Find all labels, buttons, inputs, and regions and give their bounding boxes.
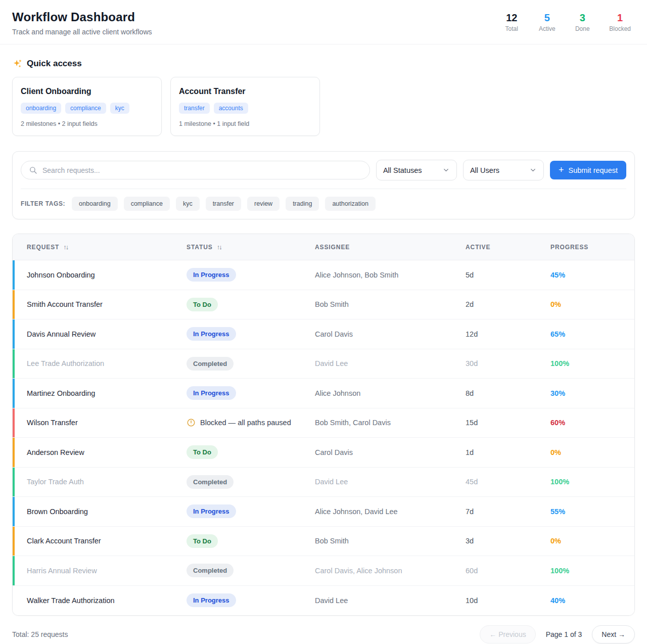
status-badge: To Do (187, 534, 218, 548)
user-filter-value: All Users (470, 166, 499, 174)
assignee: Bob Smith (315, 537, 466, 545)
status-badge: Completed (187, 357, 234, 371)
progress-value: 30% (550, 389, 634, 397)
progress-value: 100% (550, 478, 634, 486)
quick-access-section: Quick access Client Onboarding onboardin… (0, 59, 647, 136)
submit-request-button[interactable]: + Submit request (550, 161, 626, 179)
quick-access-title: Quick access (27, 59, 82, 69)
filter-tag-onboarding[interactable]: onboarding (72, 197, 118, 211)
assignee: David Lee (315, 359, 466, 367)
search-box[interactable] (21, 161, 370, 179)
toolbar-top-row: All Statuses All Users + Submit request (21, 160, 626, 180)
column-header-request[interactable]: REQUEST↑↓ (27, 243, 187, 251)
progress-value: 45% (550, 271, 634, 279)
table-row[interactable]: Brown Onboarding In Progress Alice Johns… (13, 497, 634, 527)
progress-value: 0% (550, 300, 634, 308)
table-row[interactable]: Lee Trade Authorization Completed David … (13, 349, 634, 379)
table-row[interactable]: Anderson Review To Do Carol Davis 1d 0% (13, 438, 634, 468)
total-requests-label: Total: 25 requests (12, 630, 68, 638)
assignee: Bob Smith (315, 300, 466, 308)
column-label: REQUEST (27, 244, 59, 251)
column-label: PROGRESS (550, 244, 588, 251)
table-row[interactable]: Davis Annual Review In Progress Carol Da… (13, 319, 634, 349)
stat-value: 12 (503, 12, 520, 24)
progress-value: 0% (550, 448, 634, 456)
stat-value: 1 (609, 12, 631, 24)
active-duration: 5d (466, 271, 550, 279)
header: Workflow Dashboard Track and manage all … (0, 0, 647, 44)
chevron-down-icon (529, 166, 537, 174)
request-name: Anderson Review (27, 448, 187, 456)
status-accent-bar (13, 527, 15, 556)
assignee: Alice Johnson, David Lee (315, 508, 466, 516)
column-header-status[interactable]: STATUS↑↓ (187, 243, 315, 251)
table-row[interactable]: Smith Account Transfer To Do Bob Smith 2… (13, 290, 634, 320)
status-badge: To Do (187, 445, 218, 459)
table-row[interactable]: Harris Annual Review Completed Carol Dav… (13, 556, 634, 586)
column-header-active: ACTIVE (466, 244, 550, 251)
progress-value: 65% (550, 330, 634, 338)
stat-blocked: 1 Blocked (609, 12, 631, 32)
status-badge: Completed (187, 475, 234, 489)
card-title: Client Onboarding (21, 87, 153, 96)
filter-tag-compliance[interactable]: compliance (124, 197, 170, 211)
table-row[interactable]: Wilson Transfer Blocked — all paths paus… (13, 408, 634, 438)
status-badge: To Do (187, 298, 218, 311)
active-duration: 2d (466, 300, 550, 308)
request-name: Walker Trade Authorization (27, 596, 187, 605)
quick-access-card[interactable]: Account Transfer transferaccounts 1 mile… (170, 77, 320, 136)
template-tag: accounts (214, 103, 248, 114)
template-tag: onboarding (21, 103, 61, 114)
table-header-row: REQUEST↑↓ STATUS↑↓ ASSIGNEE ACTIVE PROGR… (13, 234, 634, 260)
card-meta: 2 milestones • 2 input fields (21, 120, 153, 127)
table-row[interactable]: Martinez Onboarding In Progress Alice Jo… (13, 379, 634, 408)
request-name: Smith Account Transfer (27, 300, 187, 308)
stat-active: 5 Active (538, 12, 556, 32)
toolbar-panel: All Statuses All Users + Submit request (12, 151, 635, 219)
active-duration: 15d (466, 419, 550, 427)
filter-tag-trading[interactable]: trading (286, 197, 319, 211)
sparkles-icon (12, 59, 22, 69)
submit-request-label: Submit request (568, 166, 618, 174)
table-row[interactable]: Johnson Onboarding In Progress Alice Joh… (13, 260, 634, 290)
header-stats: 12 Total 5 Active 3 Done 1 Blocked (503, 12, 635, 32)
sort-icon[interactable]: ↑↓ (217, 243, 221, 251)
request-name: Johnson Onboarding (27, 271, 187, 279)
status-filter-select[interactable]: All Statuses (376, 160, 457, 180)
assignee: David Lee (315, 478, 466, 486)
filter-tags-label: FILTER TAGS: (21, 200, 65, 207)
status-badge: In Progress (187, 593, 236, 607)
status-accent-bar (13, 408, 15, 438)
next-page-button[interactable]: Next → (592, 625, 635, 643)
status-blocked: Blocked — all paths paused (187, 418, 315, 427)
status-badge: In Progress (187, 327, 236, 341)
card-tags: transferaccounts (179, 103, 311, 114)
table-row[interactable]: Walker Trade Authorization In Progress D… (13, 586, 634, 616)
quick-access-heading: Quick access (12, 59, 635, 69)
assignee: Carol Davis, Alice Johnson (315, 567, 466, 575)
table-row[interactable]: Taylor Trade Auth Completed David Lee 45… (13, 468, 634, 497)
previous-page-button[interactable]: ← Previous (480, 625, 535, 643)
request-name: Brown Onboarding (27, 508, 187, 516)
sort-icon[interactable]: ↑↓ (63, 243, 68, 251)
plus-icon: + (559, 165, 564, 174)
filter-tag-transfer[interactable]: transfer (206, 197, 241, 211)
search-icon (29, 166, 37, 174)
filter-tag-kyc[interactable]: kyc (176, 197, 200, 211)
request-name: Taylor Trade Auth (27, 478, 187, 486)
header-titles: Workflow Dashboard Track and manage all … (12, 10, 152, 36)
filter-tags-list: onboardingcompliancekyctransferreviewtra… (72, 197, 376, 211)
active-duration: 30d (466, 359, 550, 367)
assignee: Alice Johnson (315, 389, 466, 397)
filter-tag-authorization[interactable]: authorization (325, 197, 376, 211)
status-badge: In Progress (187, 504, 236, 518)
table-footer: Total: 25 requests ← Previous Page 1 of … (12, 616, 635, 644)
quick-access-card[interactable]: Client Onboarding onboardingcomplianceky… (12, 77, 162, 136)
table-row[interactable]: Clark Account Transfer To Do Bob Smith 3… (13, 527, 634, 557)
search-input[interactable] (42, 166, 362, 174)
filter-tag-review[interactable]: review (247, 197, 280, 211)
request-name: Lee Trade Authorization (27, 359, 187, 367)
user-filter-select[interactable]: All Users (463, 160, 544, 180)
table-body: Johnson Onboarding In Progress Alice Joh… (13, 260, 634, 615)
stat-label: Blocked (609, 25, 631, 32)
